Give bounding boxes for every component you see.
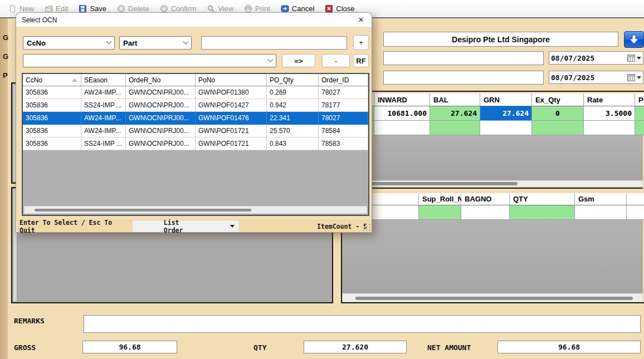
table-row[interactable]: 305836SS24-IMP ...GWN\OCN\PRJ00...GWN\PO… — [23, 99, 368, 112]
dialog-titlebar[interactable]: Select OCN ✕ — [16, 13, 372, 27]
grid-cell[interactable]: 27.624 — [430, 106, 480, 121]
grid-cell[interactable]: 27.624 — [480, 106, 532, 121]
qty-value[interactable]: 27.620 — [304, 341, 407, 353]
table-cell[interactable]: 78584 — [319, 125, 368, 137]
table-cell[interactable]: GWN\POF01476 — [196, 112, 267, 125]
close-icon[interactable]: ✕ — [356, 15, 366, 25]
company-field[interactable]: Desipro Pte Ltd Singapore — [383, 32, 618, 47]
table-row[interactable]: 305836AW24-IMP...GWN\OCN\PRJ00...GWN\POF… — [23, 112, 368, 125]
table-row[interactable]: 305836SS24-IMP ...GWN\OCN\PRJ00...GWN\PO… — [23, 137, 368, 150]
table-cell[interactable]: AW24-IMP... — [81, 112, 126, 125]
grid-cell[interactable] — [635, 106, 644, 121]
table-row[interactable]: 305836AW24-IMP...GWN\OCN\PRJ00...GWN\POF… — [23, 125, 368, 137]
table-cell[interactable]: GWN\POF01721 — [196, 125, 267, 137]
table-cell[interactable]: 305836 — [23, 112, 81, 125]
grid-cell[interactable] — [584, 121, 635, 135]
table-cell[interactable]: 22.341 — [267, 112, 319, 125]
date-field-2[interactable]: 08/07/2025 — [549, 71, 643, 84]
grid1-empty-area — [342, 135, 643, 180]
table-cell[interactable]: GWN\OCN\PRJ00... — [126, 86, 196, 99]
table-cell[interactable]: 0.843 — [267, 137, 319, 150]
qty-label: QTY — [253, 343, 266, 352]
grid-cell[interactable] — [627, 205, 644, 220]
date-value: 08/07/2025 — [551, 54, 627, 62]
table-cell[interactable]: AW24-IMP... — [81, 125, 126, 137]
status-hint: Enter To Select / Esc To Quit — [17, 220, 133, 232]
filter-field-combo-2[interactable]: Part — [119, 36, 192, 50]
table-row[interactable]: 305836AW24-IMP...GWN\OCN\PRJ00...GWN\POF… — [23, 86, 368, 99]
assign-button[interactable]: => — [282, 54, 315, 67]
table-cell[interactable]: 78583 — [319, 137, 368, 150]
header-input-2[interactable] — [383, 51, 544, 65]
grid-cell[interactable] — [419, 205, 461, 220]
filter-field-combo-1[interactable]: CcNo — [23, 36, 115, 50]
list-order-combo[interactable]: List Order — [164, 219, 201, 234]
table-cell[interactable]: GWN\POF01721 — [196, 137, 267, 150]
grid-cell[interactable] — [430, 121, 480, 135]
download-button[interactable] — [624, 31, 644, 48]
grid-cell[interactable] — [374, 121, 430, 135]
resize-grip[interactable] — [362, 223, 370, 230]
scrollbar-thumb[interactable] — [347, 182, 518, 185]
grid2-hscrollbar[interactable] — [342, 293, 643, 302]
label-g2: G — [3, 52, 14, 61]
table-cell[interactable]: 305836 — [23, 99, 81, 112]
table-hscrollbar[interactable] — [24, 206, 367, 214]
net-amount-value[interactable]: 96.68 — [497, 341, 641, 353]
toolbar-button-label: View — [218, 4, 233, 13]
gross-label: GROSS — [14, 343, 36, 352]
date-field-1[interactable]: 08/07/2025 — [549, 51, 643, 65]
grid-cell[interactable]: 10681.000 — [374, 106, 430, 121]
chevron-down-icon — [268, 56, 274, 62]
grid-cell[interactable] — [532, 121, 584, 135]
label-p: P — [3, 71, 14, 80]
table-cell[interactable]: GWN\OCN\PRJ00... — [126, 112, 196, 125]
column-header-order_id[interactable]: Order_ID — [319, 74, 368, 86]
table-cell[interactable]: AW24-IMP... — [81, 86, 126, 99]
chevron-down-icon — [183, 38, 189, 44]
column-header-order_no[interactable]: OrdeR_No — [126, 74, 196, 86]
grid-cell[interactable] — [480, 121, 532, 135]
table-cell[interactable]: 25.570 — [267, 125, 319, 137]
ocn-table: CcNoSEasonOrdeR_NoPoNoPO_QtyOrder_ID 305… — [22, 73, 369, 216]
rf-button[interactable]: RF — [353, 54, 369, 67]
grid-cell[interactable] — [575, 205, 627, 220]
column-header-season[interactable]: SEason — [81, 74, 126, 86]
table-cell[interactable]: 78027 — [319, 112, 368, 125]
table-cell[interactable]: 0.269 — [267, 86, 319, 99]
table-cell[interactable]: 0.942 — [267, 99, 319, 112]
table-cell[interactable]: 78177 — [319, 99, 368, 112]
remarks-input[interactable] — [84, 315, 641, 333]
grid-cell[interactable] — [635, 121, 644, 135]
scrollbar-thumb[interactable] — [35, 209, 251, 212]
grid1-hscrollbar[interactable] — [342, 180, 643, 187]
scrollbar-thumb[interactable] — [355, 297, 633, 300]
header-input-3[interactable] — [383, 71, 544, 85]
table-cell[interactable]: GWN\POF01427 — [196, 99, 267, 112]
table-cell[interactable]: 305836 — [23, 137, 81, 150]
column-header-po_qty[interactable]: PO_Qty — [267, 74, 319, 86]
value-combo[interactable] — [23, 54, 276, 67]
grid-cell[interactable]: 0 — [532, 106, 584, 121]
table-cell[interactable]: GWN\POF01380 — [196, 86, 267, 99]
table-cell[interactable]: 78027 — [319, 86, 368, 99]
grid-cell[interactable]: 3.5000 — [584, 106, 635, 121]
dropdown-arrow-icon[interactable] — [230, 225, 235, 228]
dropdown-arrow-icon[interactable] — [637, 57, 641, 60]
table-cell[interactable]: 305836 — [23, 125, 81, 137]
search-input[interactable] — [201, 36, 347, 50]
table-cell[interactable]: GWN\OCN\PRJ00... — [126, 125, 196, 137]
column-header-ccno[interactable]: CcNo — [23, 74, 81, 86]
table-cell[interactable]: SS24-IMP ... — [81, 99, 126, 112]
table-cell[interactable]: GWN\OCN\PRJ00... — [126, 137, 196, 150]
table-cell[interactable]: 305836 — [23, 86, 81, 99]
remove-button[interactable]: - — [322, 54, 350, 67]
add-button[interactable]: + — [353, 35, 369, 50]
table-cell[interactable]: GWN\OCN\PRJ00... — [126, 99, 196, 112]
grid-cell[interactable] — [510, 205, 575, 220]
dropdown-arrow-icon[interactable] — [637, 76, 641, 79]
table-cell[interactable]: SS24-IMP ... — [81, 137, 126, 150]
grid-cell[interactable] — [461, 205, 510, 220]
gross-value[interactable]: 96.68 — [82, 341, 177, 353]
column-header-pono[interactable]: PoNo — [196, 74, 267, 86]
